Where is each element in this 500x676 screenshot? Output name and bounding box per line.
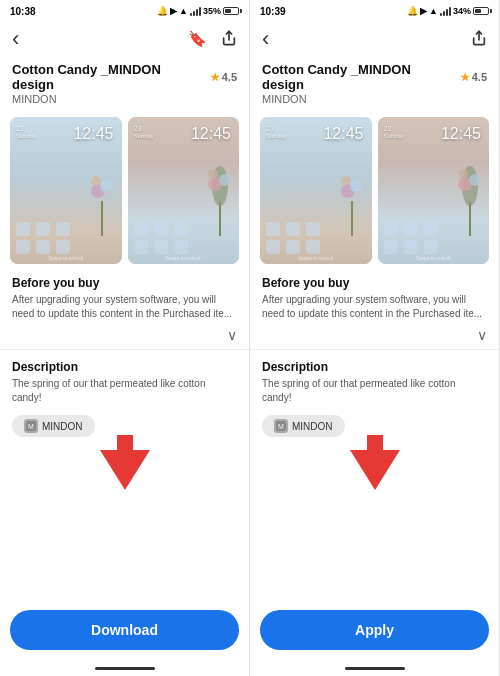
app-title-area-left: Cotton Candy _MINDON design ★ 4.5 MINDON — [0, 58, 249, 113]
star-icon-left: ★ — [210, 71, 220, 84]
preview-area-left: 12:45 23Sunday — [0, 113, 249, 268]
battery-icon-left — [223, 7, 239, 15]
svg-marker-13 — [100, 450, 150, 490]
tag-pill-left[interactable]: M MINDON — [12, 415, 95, 437]
status-bar-right: 10:39 🔔 ▶ ▲ 34% — [250, 0, 499, 20]
svg-point-19 — [341, 176, 351, 186]
svg-point-5 — [103, 191, 113, 201]
mockup-time-1b: 12:45 — [191, 125, 231, 143]
wifi-icon-right: ▲ — [429, 6, 438, 16]
mockup-time-2b: 12:45 — [441, 125, 481, 143]
tag-icon-right: M — [274, 419, 288, 433]
mockup-time-1a: 12:45 — [73, 125, 113, 143]
swipe-hint-2a: Swipe to unlock — [298, 255, 333, 261]
divider-left — [0, 349, 249, 350]
divider-right — [250, 349, 499, 350]
svg-point-20 — [353, 191, 363, 201]
description-section-right: Description The spring of our that perme… — [250, 354, 499, 409]
icons-grid-2b — [384, 222, 440, 254]
mockup-date-2b: 23Sunday — [384, 125, 404, 139]
flower-decoration-1b — [205, 166, 235, 236]
chevron-down-icon-left[interactable]: ∨ — [227, 327, 237, 343]
flower-decoration-2a — [338, 171, 366, 236]
mockup-screen-2b: 12:45 23Sunday Swipe to unl — [378, 117, 490, 264]
svg-point-3 — [100, 180, 112, 192]
status-icons-right: 🔔 ▶ ▲ 34% — [407, 6, 489, 16]
location-icon-left: ▶ — [170, 6, 177, 16]
red-arrow-right — [345, 435, 405, 495]
share-button-right[interactable] — [471, 30, 487, 49]
svg-point-18 — [350, 180, 362, 192]
tag-icon-left: M — [24, 419, 38, 433]
notification-icon-right: 🔔 — [407, 6, 418, 16]
description-section-left: Description The spring of our that perme… — [0, 354, 249, 409]
nav-icons-right-right — [471, 30, 487, 49]
preview-img-1-right: 12:45 23Sunday Swipe to unl — [260, 117, 372, 264]
location-icon-right: ▶ — [420, 6, 427, 16]
before-buy-text-left: After upgrading your system software, yo… — [12, 293, 237, 321]
star-rating-right: ★ 4.5 — [460, 71, 487, 84]
phone-panel-right: 10:39 🔔 ▶ ▲ 34% ‹ — [250, 0, 500, 676]
nav-bar-right: ‹ — [250, 20, 499, 58]
description-title-left: Description — [12, 360, 237, 374]
description-text-right: The spring of our that permeated like co… — [262, 377, 487, 405]
home-bar-left — [95, 667, 155, 670]
svg-point-25 — [458, 169, 468, 179]
preview-img-1-left: 12:45 23Sunday — [10, 117, 122, 264]
app-title-right: Cotton Candy _MINDON design ★ 4.5 — [262, 62, 487, 92]
before-buy-title-left: Before you buy — [12, 276, 237, 290]
app-author-left: MINDON — [12, 93, 237, 105]
mockup-screen-2a: 12:45 23Sunday Swipe to unl — [260, 117, 372, 264]
preview-img-2-left: 12:45 23Sunday Swipe to unl — [128, 117, 240, 264]
home-bar-right — [345, 667, 405, 670]
svg-marker-28 — [350, 450, 400, 490]
before-buy-section-left: Before you buy After upgrading your syst… — [0, 268, 249, 325]
red-arrow-left — [95, 435, 155, 495]
before-buy-text-right: After upgrading your system software, yo… — [262, 293, 487, 321]
back-button-right[interactable]: ‹ — [262, 26, 269, 52]
nav-icons-right-left: 🔖 — [188, 30, 237, 49]
app-author-right: MINDON — [262, 93, 487, 105]
battery-icon-right — [473, 7, 489, 15]
mockup-date-1a: 23Sunday — [16, 125, 36, 139]
status-time-left: 10:38 — [10, 6, 36, 17]
download-button[interactable]: Download — [10, 610, 239, 650]
swipe-hint-1a: Swipe to unlock — [48, 255, 83, 261]
mockup-screen-1a: 12:45 23Sunday — [10, 117, 122, 264]
flower-decoration-1a — [88, 171, 116, 236]
app-title-left: Cotton Candy _MINDON design ★ 4.5 — [12, 62, 237, 92]
mockup-date-2a: 23Sunday — [266, 125, 286, 139]
signal-text-left: 35% — [203, 6, 221, 16]
wifi-icon-left: ▲ — [179, 6, 188, 16]
mockup-time-2a: 12:45 — [323, 125, 363, 143]
notification-icon-left: 🔔 — [157, 6, 168, 16]
swipe-hint-1b: Swipe to unlock — [166, 255, 201, 261]
star-rating-left: ★ 4.5 — [210, 71, 237, 84]
home-indicator-right — [250, 660, 499, 676]
icons-grid-1b — [134, 222, 190, 254]
chevron-down-icon-right[interactable]: ∨ — [477, 327, 487, 343]
description-title-right: Description — [262, 360, 487, 374]
star-icon-right: ★ — [460, 71, 470, 84]
preview-img-2-right: 12:45 23Sunday Swipe to unl — [378, 117, 490, 264]
icons-grid-2a — [266, 222, 322, 254]
share-button-left[interactable] — [221, 30, 237, 49]
app-title-area-right: Cotton Candy _MINDON design ★ 4.5 MINDON — [250, 58, 499, 113]
tag-label-right: MINDON — [292, 421, 333, 432]
svg-point-10 — [208, 169, 218, 179]
flower-decoration-2b — [455, 166, 485, 236]
status-icons-left: 🔔 ▶ ▲ 35% — [157, 6, 239, 16]
tag-pill-right[interactable]: M MINDON — [262, 415, 345, 437]
tag-label-left: MINDON — [42, 421, 83, 432]
bookmark-button-left[interactable]: 🔖 — [188, 30, 207, 48]
svg-text:M: M — [28, 423, 34, 430]
back-button-left[interactable]: ‹ — [12, 26, 19, 52]
mockup-date-1b: 23Sunday — [134, 125, 154, 139]
status-bar-left: 10:38 🔔 ▶ ▲ 35% — [0, 0, 249, 20]
signal-bars-right — [440, 6, 451, 16]
phone-panel-left: 10:38 🔔 ▶ ▲ 35% ‹ 🔖 — [0, 0, 250, 676]
apply-button[interactable]: Apply — [260, 610, 489, 650]
preview-area-right: 12:45 23Sunday Swipe to unl — [250, 113, 499, 268]
signal-text-right: 34% — [453, 6, 471, 16]
svg-rect-14 — [117, 435, 133, 455]
